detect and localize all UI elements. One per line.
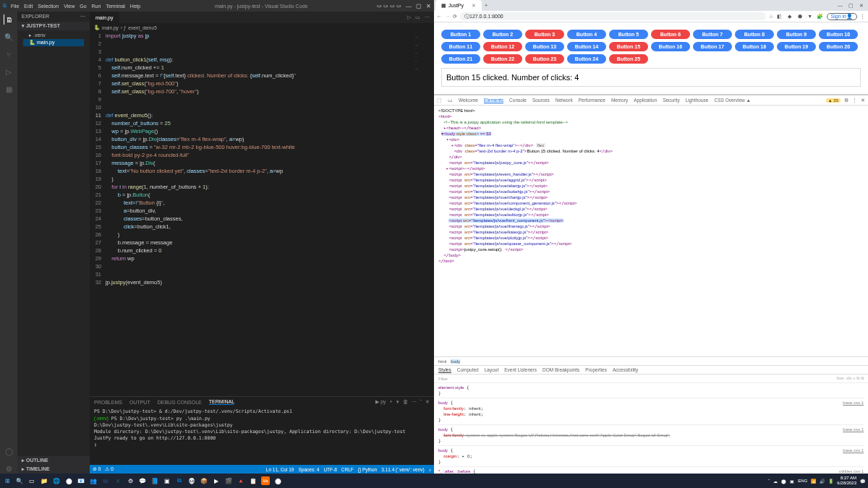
menu-terminal[interactable]: Terminal <box>106 4 124 9</box>
jp-button-15[interactable]: Button 15 <box>609 42 648 51</box>
debug-icon[interactable]: ▷ <box>4 67 14 77</box>
terminal-icon[interactable]: ▣ <box>163 476 171 485</box>
jp-button-20[interactable]: Button 20 <box>819 42 858 51</box>
jp-button-12[interactable]: Button 12 <box>483 42 522 51</box>
maximize-icon[interactable]: ▢ <box>848 3 854 9</box>
app-icon[interactable]: 📘 <box>150 476 159 485</box>
menu-go[interactable]: Go <box>80 4 86 9</box>
css-rules[interactable]: element.style {} base.css:1body { font-f… <box>434 383 868 474</box>
code-editor[interactable]: 1234567891011121314151617181920212223242… <box>90 32 434 396</box>
settings-icon[interactable]: ⚙ <box>4 463 14 474</box>
panel-tab[interactable]: PROBLEMS <box>94 400 122 405</box>
minimize-icon[interactable]: — <box>838 3 843 9</box>
browser-tab[interactable]: ▦ JustPy ✕ <box>435 0 482 11</box>
inspect-icon[interactable]: ⬚ <box>437 98 442 103</box>
jp-button-10[interactable]: Button 10 <box>819 30 858 39</box>
menu-run[interactable]: Run <box>92 4 101 9</box>
jp-button-2[interactable]: Button 2 <box>483 30 522 39</box>
panel-tab[interactable]: TERMINAL <box>209 399 234 405</box>
forward-icon[interactable]: → <box>445 14 450 19</box>
new-tab-icon[interactable]: + <box>485 3 488 8</box>
jp-button-22[interactable]: Button 22 <box>483 54 522 64</box>
back-icon[interactable]: ← <box>437 14 442 19</box>
jp-button-1[interactable]: Button 1 <box>441 30 480 39</box>
jp-button-14[interactable]: Button 14 <box>567 42 606 51</box>
jp-button-25[interactable]: Button 25 <box>609 54 648 64</box>
vscode-layout-icons[interactable]: ▭ ▭ ▭ ▭ <box>377 3 401 9</box>
windows-taskbar[interactable]: ⊞ 🔍 ▭ 📁 🌐 ⬤ 📧 👥 W X ⚙ 💬 📘 ▣ ⧉ 💀 📦 ▶ 🎬 🔺 … <box>0 474 868 488</box>
jp-button-18[interactable]: Button 18 <box>735 42 774 51</box>
jp-button-5[interactable]: Button 5 <box>609 30 648 39</box>
jp-button-19[interactable]: Button 19 <box>777 42 816 51</box>
menu-help[interactable]: Help <box>130 4 140 9</box>
panel-tab[interactable]: OUTPUT <box>129 400 150 405</box>
panel-tab[interactable]: DEBUG CONSOLE <box>158 400 202 405</box>
tray-volume-icon[interactable]: 🔊 <box>820 479 825 484</box>
status-bar[interactable]: ⊘ 0⚠ 0 Ln 11, Col 19Spaces: 4UTF-8CRLF{}… <box>90 465 434 474</box>
menu-file[interactable]: File <box>11 4 19 9</box>
jp-button-6[interactable]: Button 6 <box>651 30 690 39</box>
tray-icon[interactable]: ▣ <box>790 479 794 484</box>
jp-button-9[interactable]: Button 9 <box>777 30 816 39</box>
explorer-icon[interactable]: 🗎 <box>4 14 14 25</box>
extensions-icon[interactable]: ▦ <box>4 84 14 94</box>
start-icon[interactable]: ⊞ <box>3 476 12 485</box>
editor-tab-main[interactable]: main.py <box>90 12 119 23</box>
app-icon[interactable]: ⬤ <box>273 476 282 485</box>
jp-button-16[interactable]: Button 16 <box>651 42 690 51</box>
timeline-section[interactable]: ▸ TIMELINE <box>17 465 90 474</box>
elements-tree[interactable]: <!DOCTYPE html> <html> <!--This is a jus… <box>434 106 868 356</box>
share-icon[interactable]: ☆ <box>769 14 773 20</box>
activity-bar[interactable]: 🗎 🔍 ⑂ ▷ ▦ ◯ ⚙ <box>0 12 17 474</box>
explorer-icon[interactable]: 📁 <box>40 476 48 485</box>
reload-icon[interactable]: ⟳ <box>453 14 457 20</box>
tree-item[interactable]: 🐍 main.py <box>23 39 84 46</box>
jp-button-3[interactable]: Button 3 <box>525 30 564 39</box>
tray-wifi-icon[interactable]: 📶 <box>811 479 816 484</box>
address-bar[interactable]: ⓘ 127.0.0.1:8000 <box>460 12 766 20</box>
app-icon[interactable]: 💬 <box>138 476 147 485</box>
tray-onedrive-icon[interactable]: ☁ <box>773 479 778 484</box>
menu-icon[interactable]: ⋮ <box>860 14 865 20</box>
menu-view[interactable]: View <box>64 4 75 9</box>
run-icon[interactable]: ▷ <box>407 14 411 20</box>
app-icon[interactable]: Ma <box>261 476 270 485</box>
jp-button-4[interactable]: Button 4 <box>567 30 606 39</box>
more-icon[interactable]: ⋯ <box>425 14 430 20</box>
tray-battery-icon[interactable]: 🔋 <box>828 479 833 484</box>
close-icon[interactable]: ✕ <box>859 3 864 9</box>
ext-icon[interactable]: ◆ <box>786 13 793 20</box>
excel-icon[interactable]: X <box>114 476 122 485</box>
search-icon[interactable]: 🔍 <box>15 476 24 485</box>
jp-button-23[interactable]: Button 23 <box>525 54 564 64</box>
ext-icon[interactable]: ▼ <box>807 13 814 20</box>
tray-notifications-icon[interactable]: 💬 <box>860 479 865 484</box>
device-icon[interactable]: ▭ <box>448 98 453 103</box>
outline-section[interactable]: ▸ OUTLINE <box>17 456 90 465</box>
jp-button-21[interactable]: Button 21 <box>441 54 480 64</box>
jp-button-17[interactable]: Button 17 <box>693 42 732 51</box>
edge-icon[interactable]: 🌐 <box>52 476 61 485</box>
tray-chevron-icon[interactable]: ˆ <box>768 479 770 483</box>
jp-button-13[interactable]: Button 13 <box>525 42 564 51</box>
tray-icon[interactable]: ⬤ <box>781 479 786 484</box>
devtools-breadcrumb[interactable]: htmlbody <box>434 356 868 365</box>
app-icon[interactable]: ⚙ <box>126 476 135 485</box>
ext-icon[interactable]: ⬣ <box>796 13 804 20</box>
folder-root[interactable]: ▾ JUSTPY-TEST <box>17 22 90 30</box>
outlook-icon[interactable]: 📧 <box>77 476 85 485</box>
menu-selection[interactable]: Selection <box>38 4 59 9</box>
window-controls[interactable]: —▢✕ <box>401 3 431 9</box>
terminal-shell[interactable]: ▶ py <box>375 399 386 405</box>
account-icon[interactable]: ◯ <box>4 446 14 456</box>
ext-icon[interactable]: ◧ <box>776 13 783 20</box>
teams-icon[interactable]: 👥 <box>89 476 98 485</box>
source-control-icon[interactable]: ⑂ <box>4 49 14 59</box>
app-icon[interactable]: ▶ <box>212 476 221 485</box>
task-view-icon[interactable]: ▭ <box>27 476 36 485</box>
jp-button-8[interactable]: Button 8 <box>735 30 774 39</box>
app-icon[interactable]: 📋 <box>249 476 258 485</box>
jp-button-11[interactable]: Button 11 <box>441 42 480 51</box>
vscode-icon[interactable]: ⧉ <box>175 476 184 485</box>
word-icon[interactable]: W <box>101 476 110 485</box>
